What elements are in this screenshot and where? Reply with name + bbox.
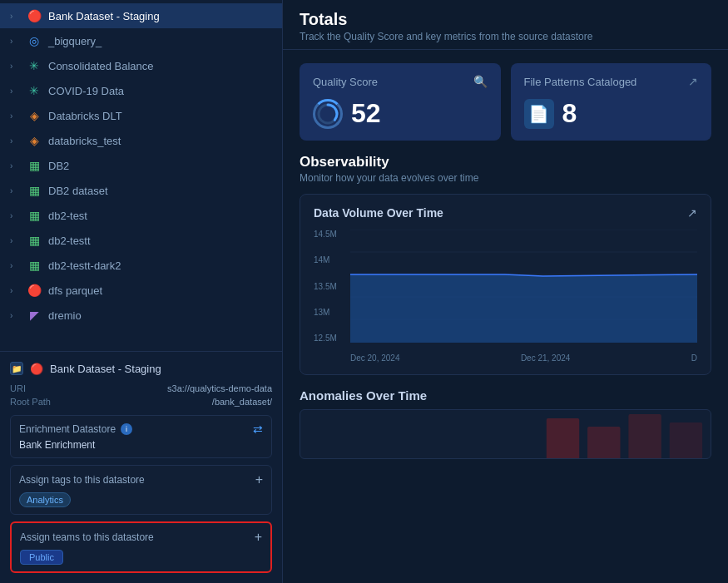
y-label-1: 14.5M (314, 230, 350, 239)
public-team[interactable]: Public (20, 550, 63, 565)
chart-header: Data Volume Over Time ↗ (314, 206, 697, 220)
enrichment-label: Enrichment Datastore (19, 423, 116, 435)
uri-value: s3a://qualytics-demo-data (167, 383, 272, 393)
sidebar-item-db2-testt-dark2[interactable]: › ▦ db2-testt-dark2 (0, 253, 282, 278)
chevron-icon: › (10, 62, 20, 71)
datastore-type-icon: 🔴 (30, 363, 43, 375)
file-patterns-header: File Patterns Cataloged ↗ (524, 75, 699, 88)
x-label-3: D (691, 353, 697, 363)
y-label-3: 13.5M (314, 282, 350, 291)
sidebar-item-label: db2-test (48, 210, 87, 222)
db2-test-icon: ▦ (27, 208, 42, 223)
y-label-5: 12.5M (314, 333, 350, 343)
data-volume-svg (350, 230, 697, 343)
db2-testt-dark2-icon: ▦ (27, 258, 42, 273)
databricks-dlt-icon: ◈ (27, 108, 42, 123)
sidebar-item-label: dremio (48, 309, 82, 322)
sidebar-item-label: db2-testt-dark2 (48, 259, 121, 272)
db2-dataset-icon: ▦ (27, 183, 42, 198)
teams-label: Assign teams to this datastore (20, 531, 154, 543)
quality-score-title: Quality Score (313, 76, 378, 88)
page-subtitle: Track the Quality Score and key metrics … (300, 31, 711, 42)
sidebar-item-db2-test[interactable]: › ▦ db2-test (0, 203, 282, 228)
main-header: Totals Track the Quality Score and key m… (283, 0, 728, 50)
quality-arc-svg (316, 102, 339, 126)
add-tag-button[interactable]: + (255, 472, 263, 487)
teams-header: Assign teams to this datastore + (20, 530, 262, 545)
covid-icon: ✳ (27, 83, 42, 98)
chart-y-labels: 14.5M 14M 13.5M 13M 12.5M (314, 230, 350, 343)
chevron-icon: › (10, 261, 20, 270)
enrichment-header: Enrichment Datastore i ⇄ (19, 422, 263, 436)
svg-rect-8 (547, 418, 579, 459)
sidebar-item-dfs-parquet[interactable]: › 🔴 dfs parquet (0, 278, 282, 303)
tags-label: Assign tags to this datastore (19, 474, 145, 486)
root-path-value: /bank_dataset/ (212, 397, 272, 407)
quality-score-card: Quality Score 🔍 52 (300, 63, 501, 141)
chevron-icon: › (10, 86, 20, 96)
tags-header: Assign tags to this datastore + (19, 472, 263, 487)
analytics-tag[interactable]: Analytics (19, 492, 71, 507)
bigquery-icon: ◎ (27, 33, 42, 48)
observability-title: Observability (300, 154, 711, 170)
quality-circle-indicator (313, 99, 343, 129)
sidebar-item-label: _bigquery_ (48, 35, 102, 47)
sidebar-item-bank-dataset-staging[interactable]: › 🔴 Bank Dataset - Staging (0, 3, 282, 28)
file-patterns-title: File Patterns Cataloged (524, 76, 637, 88)
chevron-icon: › (10, 186, 20, 195)
sync-icon[interactable]: ⇄ (253, 422, 263, 436)
chart-x-labels: Dec 20, 2024 Dec 21, 2024 D (350, 353, 697, 363)
sidebar-list: › 🔴 Bank Dataset - Staging › ◎ _bigquery… (0, 0, 282, 351)
sidebar-item-db2-testt[interactable]: › ▦ db2-testt (0, 228, 282, 253)
datastore-folder-icon: 📁 (10, 362, 23, 375)
enrichment-card: Enrichment Datastore i ⇄ Bank Enrichment (10, 415, 272, 458)
chevron-icon: › (10, 286, 20, 295)
tags-card: Assign tags to this datastore + Analytic… (10, 465, 272, 515)
sidebar-item-label: Consolidated Balance (48, 60, 153, 72)
datastore-meta: URI s3a://qualytics-demo-data Root Path … (10, 383, 272, 407)
x-label-2: Dec 21, 2024 (521, 353, 571, 363)
chart-area: 14.5M 14M 13.5M 13M 12.5M (314, 230, 697, 363)
teams-card: Assign teams to this datastore + Public (10, 521, 272, 573)
chevron-icon: › (10, 111, 20, 121)
sidebar-item-db2[interactable]: › ▦ DB2 (0, 153, 282, 178)
db2-icon: ▦ (27, 158, 42, 173)
sidebar-item-consolidated-balance[interactable]: › ✳ Consolidated Balance (0, 53, 282, 78)
observability-section: Observability Monitor how your data evol… (283, 154, 728, 472)
sidebar-item-label: dfs parquet (48, 284, 102, 297)
main-content: Totals Track the Quality Score and key m… (283, 0, 728, 583)
sidebar-item-label: COVID-19 Data (48, 85, 124, 97)
add-team-button[interactable]: + (255, 530, 262, 545)
external-link-icon[interactable]: ↗ (688, 75, 698, 88)
anomalies-svg (300, 410, 711, 459)
file-icon: 📄 (524, 99, 554, 129)
sidebar-item-label: DB2 (48, 160, 69, 172)
chart-external-link-icon[interactable]: ↗ (687, 206, 697, 220)
chevron-icon: › (10, 236, 20, 245)
sidebar-item-bigquery[interactable]: › ◎ _bigquery_ (0, 28, 282, 53)
dfs-parquet-icon: 🔴 (27, 283, 42, 298)
anomalies-title: Anomalies Over Time (300, 388, 711, 403)
sidebar-item-databricks-test[interactable]: › ◈ databricks_test (0, 128, 282, 153)
sidebar-item-label: db2-testt (48, 235, 91, 247)
datastore-info-panel: 📁 🔴 Bank Dataset - Staging URI s3a://qua… (0, 351, 282, 583)
y-label-4: 13M (314, 308, 350, 317)
file-patterns-card: File Patterns Cataloged ↗ 📄 8 (511, 63, 712, 141)
sidebar-item-label: Databricks DLT (48, 110, 122, 122)
dremio-icon: ◤ (27, 308, 42, 323)
sidebar-item-dremio[interactable]: › ◤ dremio (0, 303, 282, 328)
search-icon[interactable]: 🔍 (473, 75, 488, 88)
root-path-row: Root Path /bank_dataset/ (10, 397, 272, 407)
chevron-icon: › (10, 211, 20, 220)
sidebar-item-label: DB2 dataset (48, 185, 108, 197)
uri-label: URI (10, 383, 26, 393)
sidebar-item-databricks-dlt[interactable]: › ◈ Databricks DLT (0, 103, 282, 128)
chevron-icon: › (10, 37, 20, 46)
sidebar-item-covid19[interactable]: › ✳ COVID-19 Data (0, 78, 282, 103)
page-title: Totals (300, 10, 711, 29)
chevron-icon: › (10, 311, 20, 320)
chart-title: Data Volume Over Time (314, 206, 443, 220)
sidebar-item-db2-dataset[interactable]: › ▦ DB2 dataset (0, 178, 282, 203)
svg-rect-11 (670, 422, 702, 459)
y-label-2: 14M (314, 255, 350, 264)
